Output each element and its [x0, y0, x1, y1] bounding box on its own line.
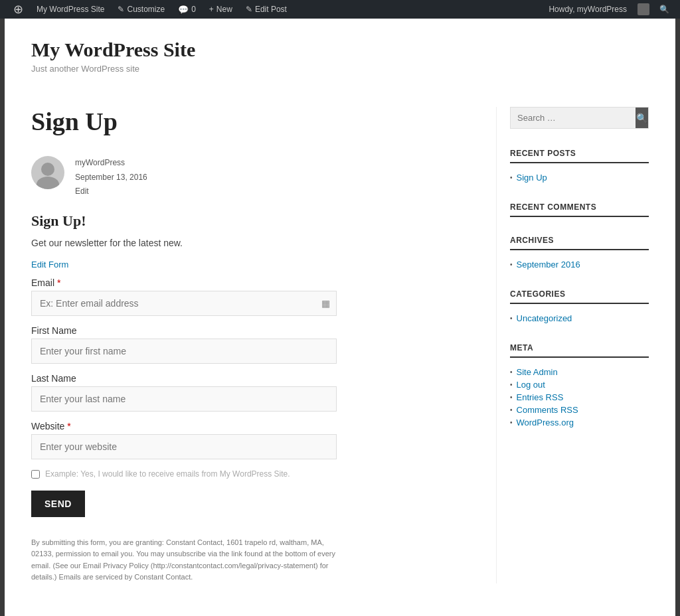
- admin-bar-right: Howdy, myWordPress 🔍: [543, 0, 673, 19]
- sidebar: 🔍 RECENT POSTS Sign Up RECENT COMMENTS A…: [496, 107, 649, 583]
- sidebar-section-categories: CATEGORIES Uncategorized: [510, 289, 649, 325]
- admin-bar-customize[interactable]: ✎ Customize: [111, 0, 171, 19]
- archive-link[interactable]: September 2016: [517, 260, 580, 270]
- recent-posts-list: Sign Up: [510, 171, 649, 184]
- consent-checkbox[interactable]: [31, 470, 40, 479]
- archives-title: ARCHIVES: [510, 236, 649, 250]
- edit-form-link[interactable]: Edit Form: [31, 260, 68, 270]
- admin-howdy: Howdy, myWordPress: [543, 5, 632, 14]
- list-item: WordPress.org: [510, 416, 649, 429]
- email-required-star: *: [57, 277, 60, 288]
- email-icon: ▦: [321, 297, 330, 309]
- admin-bar-site-name[interactable]: My WordPress Site: [30, 0, 111, 19]
- form-description: Get our newsletter for the latest new.: [31, 238, 456, 248]
- sidebar-search: 🔍: [510, 107, 649, 129]
- edit-post-label: Edit Post: [255, 5, 287, 14]
- email-input[interactable]: [31, 291, 337, 316]
- site-tagline: Just another WordPress site: [31, 64, 649, 74]
- categories-list: Uncategorized: [510, 312, 649, 325]
- list-item: Site Admin: [510, 366, 649, 378]
- checkbox-row: Example: Yes, I would like to receive em…: [31, 469, 456, 480]
- list-item: Sign Up: [510, 171, 649, 184]
- meta-site-admin-link[interactable]: Site Admin: [517, 367, 558, 377]
- first-name-input[interactable]: [31, 339, 337, 364]
- meta-entries-rss-link[interactable]: Entries RSS: [517, 392, 564, 402]
- post-meta-info: myWordPress September 13, 2016 Edit: [75, 156, 147, 199]
- website-input[interactable]: [31, 434, 337, 459]
- post-author: myWordPress: [75, 156, 147, 171]
- admin-bar: ⊕ My WordPress Site ✎ Customize 💬 0 + Ne…: [0, 0, 680, 19]
- admin-avatar: [638, 3, 649, 15]
- new-icon: +: [209, 5, 214, 14]
- meta-title: META: [510, 343, 649, 358]
- sidebar-search-button[interactable]: 🔍: [636, 108, 648, 128]
- list-item: Uncategorized: [510, 312, 649, 325]
- first-name-field-group: First Name: [31, 325, 456, 364]
- form-heading: Sign Up!: [31, 212, 456, 230]
- admin-bar-edit-post[interactable]: ✎ Edit Post: [239, 0, 294, 19]
- post-meta: myWordPress September 13, 2016 Edit: [31, 156, 456, 199]
- sidebar-section-archives: ARCHIVES September 2016: [510, 236, 649, 271]
- customize-icon: ✎: [118, 5, 124, 14]
- post-edit-link[interactable]: Edit: [75, 185, 147, 199]
- site-header: My WordPress Site Just another WordPress…: [5, 19, 675, 87]
- admin-bar-wp-logo[interactable]: ⊕: [7, 0, 30, 19]
- sidebar-search-wrapper: 🔍: [510, 107, 649, 129]
- new-label: New: [216, 5, 232, 14]
- page-wrapper: My WordPress Site Just another WordPress…: [5, 19, 675, 616]
- recent-comments-title: RECENT COMMENTS: [510, 202, 649, 217]
- sidebar-section-meta: META Site Admin Log out Entries RSS Comm…: [510, 343, 649, 429]
- edit-post-icon: ✎: [246, 5, 252, 14]
- last-name-label: Last Name: [31, 373, 456, 384]
- search-icon: 🔍: [636, 113, 647, 123]
- meta-wordpress-org-link[interactable]: WordPress.org: [517, 418, 574, 427]
- list-item: Entries RSS: [510, 391, 649, 404]
- form-footer-text: By submitting this form, you are grantin…: [31, 530, 337, 583]
- email-input-wrapper: ▦: [31, 291, 337, 316]
- send-button[interactable]: SEND: [31, 491, 85, 517]
- list-item: Log out: [510, 378, 649, 391]
- category-link[interactable]: Uncategorized: [517, 313, 572, 323]
- comments-count: 0: [191, 5, 196, 14]
- sidebar-section-recent-posts: RECENT POSTS Sign Up: [510, 149, 649, 184]
- site-title: My WordPress Site: [31, 38, 649, 61]
- admin-bar-comments[interactable]: 💬 0: [171, 0, 203, 19]
- recent-post-link[interactable]: Sign Up: [517, 173, 547, 183]
- last-name-input[interactable]: [31, 386, 337, 412]
- meta-comments-rss-link[interactable]: Comments RSS: [517, 405, 578, 415]
- list-item: September 2016: [510, 258, 649, 271]
- admin-search-button[interactable]: 🔍: [655, 0, 673, 19]
- recent-posts-title: RECENT POSTS: [510, 149, 649, 163]
- website-required-star: *: [67, 421, 70, 431]
- sidebar-search-input[interactable]: [511, 108, 636, 128]
- wp-logo-icon: ⊕: [13, 2, 23, 17]
- author-avatar: [31, 156, 64, 189]
- admin-bar-left: ⊕ My WordPress Site ✎ Customize 💬 0 + Ne…: [7, 0, 543, 19]
- email-field-group: Email * ▦: [31, 277, 456, 316]
- main-column: Sign Up myWordPress September 13, 2016 E…: [31, 107, 496, 583]
- archives-list: September 2016: [510, 258, 649, 271]
- website-field-group: Website *: [31, 421, 456, 459]
- form-section: Sign Up! Get our newsletter for the late…: [31, 212, 456, 583]
- customize-label: Customize: [127, 5, 165, 14]
- sidebar-section-recent-comments: RECENT COMMENTS: [510, 202, 649, 217]
- checkbox-label: Example: Yes, I would like to receive em…: [45, 469, 290, 480]
- content-area: Sign Up myWordPress September 13, 2016 E…: [5, 87, 675, 603]
- admin-bar-new[interactable]: + New: [203, 0, 239, 19]
- comments-icon: 💬: [178, 5, 189, 15]
- email-label: Email *: [31, 277, 456, 288]
- page-title: Sign Up: [31, 107, 456, 136]
- meta-log-out-link[interactable]: Log out: [517, 380, 545, 390]
- website-label: Website *: [31, 421, 456, 431]
- last-name-field-group: Last Name: [31, 373, 456, 412]
- admin-site-name-label: My WordPress Site: [37, 5, 104, 14]
- first-name-label: First Name: [31, 325, 456, 336]
- meta-list: Site Admin Log out Entries RSS Comments …: [510, 366, 649, 429]
- list-item: Comments RSS: [510, 404, 649, 416]
- post-date: September 13, 2016: [75, 171, 147, 185]
- categories-title: CATEGORIES: [510, 289, 649, 304]
